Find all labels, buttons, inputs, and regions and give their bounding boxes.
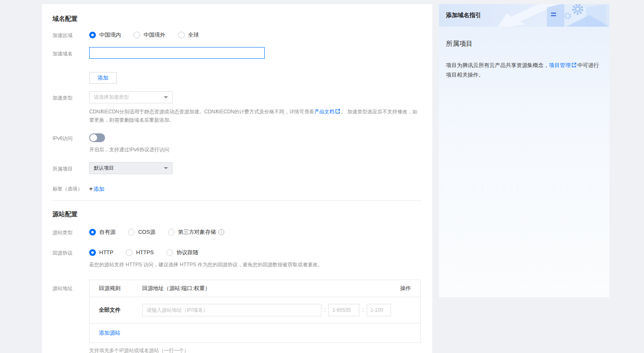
col-header-address: 回源地址（源站:端口:权重） <box>142 285 400 292</box>
radio-label: 第三方对象存储 <box>178 228 216 236</box>
radio-checked-icon <box>89 32 96 38</box>
radio-label: COS源 <box>138 228 155 236</box>
radio-unchecked-icon <box>168 229 175 235</box>
info-icon[interactable]: i <box>218 229 224 235</box>
accel-region-label: 加速区域 <box>53 31 89 39</box>
project-selected-value: 默认项目 <box>94 165 114 172</box>
ipv6-help: 开启后，支持通过IPv6协议进行访问 <box>89 146 422 154</box>
chevron-down-icon <box>164 96 168 98</box>
radio-unchecked-icon <box>128 229 135 235</box>
table-row: 全部文件 : : <box>90 297 420 323</box>
table-header-row: 回源规则 回源地址（源站:端口:权重） 操作 <box>90 280 420 297</box>
col-header-action: 操作 <box>400 285 411 292</box>
project-select[interactable]: 默认项目 <box>89 162 173 174</box>
origin-type-group: 自有源 COS源 第三方对象存储 i <box>89 228 422 237</box>
accel-type-help: CDN和ECDN分别适用于静态资源或动态资源加速。CDN和ECDN的计费方式及价… <box>89 108 421 124</box>
radio-region-china-mainland[interactable]: 中国境内 <box>89 31 121 39</box>
external-link-icon[interactable] <box>335 108 340 116</box>
colon-separator: : <box>362 307 363 313</box>
radio-region-global[interactable]: 全球 <box>178 31 199 39</box>
origin-type-label: 源站类型 <box>53 228 89 236</box>
col-header-rule: 回源规则 <box>99 285 142 292</box>
guide-section-title: 所属项目 <box>446 39 602 48</box>
radio-label: 协议跟随 <box>176 249 198 256</box>
radio-origin-third-party[interactable]: 第三方对象存储 i <box>168 228 224 236</box>
accel-region-group: 中国境内 中国境外 全球 <box>89 31 422 40</box>
accel-type-placeholder: 请选择加速类型 <box>94 94 129 101</box>
section-title-origin-config: 源站配置 <box>53 210 422 218</box>
note-line: 支持填充多个IP源站或域名源站（一行一个） <box>89 347 422 353</box>
section-title-domain-config: 域名配置 <box>53 15 422 23</box>
project-label: 所属项目 <box>53 162 89 173</box>
weight-input[interactable] <box>367 304 391 316</box>
ipv6-toggle[interactable] <box>89 133 105 142</box>
radio-unchecked-icon <box>166 249 173 256</box>
origin-address-notes: 支持填充多个IP源站或域名源站（一行一个） 支持增加配置端口（1~65535）和… <box>89 347 422 353</box>
add-domain-button[interactable]: 添加 <box>89 72 117 84</box>
toggle-knob <box>90 134 97 141</box>
guide-banner-title: 添加域名指引 <box>446 12 481 19</box>
tags-label: 标签（选填） <box>53 185 89 193</box>
chevron-down-icon <box>164 167 168 169</box>
radio-label: HTTPS <box>136 249 154 256</box>
radio-unchecked-icon <box>178 32 185 38</box>
radio-protocol-https[interactable]: HTTPS <box>126 249 154 256</box>
add-tag-link[interactable]: +添加 <box>89 186 104 192</box>
radio-checked-icon <box>89 229 96 235</box>
radio-label: 全球 <box>188 31 199 39</box>
section-divider <box>53 200 422 201</box>
accel-domain-label: 加速域名 <box>53 47 89 58</box>
radio-protocol-follow[interactable]: 协议跟随 <box>166 249 198 256</box>
external-link-icon[interactable] <box>571 61 576 70</box>
plus-icon: + <box>89 185 93 192</box>
protocol-label: 回源协议 <box>53 249 89 257</box>
accel-type-select[interactable]: 请选择加速类型 <box>89 91 173 103</box>
radio-region-overseas[interactable]: 中国境外 <box>133 31 165 39</box>
origin-address-label: 源站地址 <box>53 280 89 292</box>
radio-label: 自有源 <box>99 228 115 236</box>
radio-unchecked-icon <box>133 32 140 38</box>
radio-protocol-http[interactable]: HTTP <box>89 249 113 256</box>
guide-sidebar: 添加域名指引 所属项目 项目为腾讯云所有云产品共享资源集概念，项目管理中可进行项… <box>439 4 609 297</box>
add-origin-link[interactable]: 添加源站 <box>99 330 120 336</box>
radio-origin-self[interactable]: 自有源 <box>89 228 115 236</box>
radio-label: HTTP <box>99 249 113 256</box>
help-text: CDN和ECDN分别适用于静态资源或动态资源加速。CDN和ECDN的计费方式及价… <box>89 109 314 115</box>
protocol-group: HTTP HTTPS 协议跟随 若您的源站支持 HTTPS 访问，建议选择 HT… <box>89 249 422 269</box>
project-management-link[interactable]: 项目管理 <box>549 62 571 68</box>
colon-separator: : <box>324 307 326 313</box>
radio-label: 中国境内 <box>99 31 121 39</box>
radio-label: 中国境外 <box>143 31 165 39</box>
guide-paragraph: 项目为腾讯云所有云产品共享资源集概念，项目管理中可进行项目相关操作。 <box>446 61 602 80</box>
radio-origin-cos[interactable]: COS源 <box>128 228 155 236</box>
origin-address-table: 回源规则 回源地址（源站:端口:权重） 操作 全部文件 : : <box>89 280 421 343</box>
add-tag-label[interactable]: 添加 <box>93 186 104 192</box>
guide-banner: 添加域名指引 <box>439 4 609 27</box>
ipv6-label: IPv6访问 <box>53 133 89 142</box>
guide-banner-illustration-icon <box>484 4 609 27</box>
radio-unchecked-icon <box>126 249 133 256</box>
guide-text: 项目为腾讯云所有云产品共享资源集概念， <box>446 62 549 68</box>
domain-config-card: 域名配置 加速区域 中国境内 中国境外 全球 加速域名 添 <box>42 4 432 353</box>
port-input[interactable] <box>328 304 359 316</box>
rule-name: 全部文件 <box>99 306 142 314</box>
product-doc-link[interactable]: 产品文档 <box>314 109 334 115</box>
accel-type-label: 加速类型 <box>53 91 89 102</box>
origin-address-input[interactable] <box>142 304 321 316</box>
radio-checked-icon <box>89 249 96 256</box>
accel-domain-input[interactable] <box>89 47 265 59</box>
protocol-help: 若您的源站支持 HTTPS 访问，建议选择 HTTPS 作为您的回源协议，避免您… <box>89 261 422 269</box>
